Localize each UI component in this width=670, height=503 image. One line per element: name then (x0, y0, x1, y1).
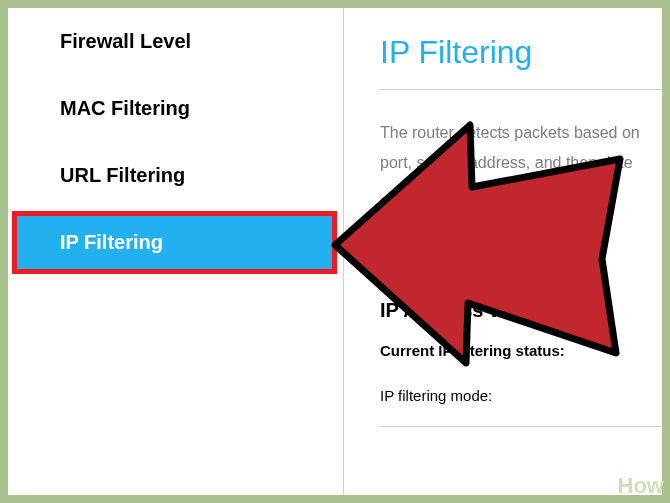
page-title: IP Filtering (380, 34, 662, 71)
main-content: IP Filtering The router detects packets … (344, 8, 662, 495)
watermark: wikiHow (576, 473, 664, 499)
watermark-part2: How (618, 473, 664, 498)
sidebar: Firewall Level MAC Filtering URL Filteri… (8, 8, 344, 495)
desc-line: port, source address, and then dete (380, 148, 662, 178)
sidebar-item-firewall-level[interactable]: Firewall Level (8, 8, 343, 75)
status-label: Current IP filtering status: (380, 342, 662, 359)
sidebar-item-label: URL Filtering (60, 164, 185, 186)
sidebar-item-label: MAC Filtering (60, 97, 190, 119)
sidebar-item-url-filtering[interactable]: URL Filtering (8, 142, 343, 209)
watermark-part1: wiki (576, 473, 618, 498)
desc-line: take p (380, 179, 662, 209)
divider (380, 426, 662, 427)
sidebar-item-ip-filtering[interactable]: IP Filtering (14, 213, 335, 272)
page-description: The router detects packets based on port… (380, 118, 662, 209)
mode-label: IP filtering mode: (380, 387, 662, 404)
app-window: Firewall Level MAC Filtering URL Filteri… (8, 8, 662, 495)
desc-line: The router detects packets based on (380, 118, 662, 148)
image-frame: Firewall Level MAC Filtering URL Filteri… (0, 0, 670, 503)
sidebar-item-label: Firewall Level (60, 30, 191, 52)
divider (380, 89, 662, 90)
sidebar-item-mac-filtering[interactable]: MAC Filtering (8, 75, 343, 142)
sidebar-item-label: IP Filtering (60, 231, 163, 253)
section-title: IP Address Whitelist (380, 299, 662, 322)
